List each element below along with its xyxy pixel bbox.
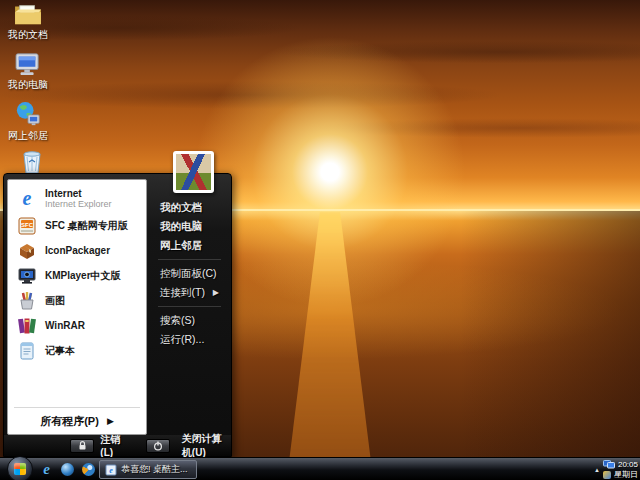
menu-item-connect-to[interactable]: 连接到(T) ▶ — [150, 283, 229, 302]
menu-separator — [158, 259, 221, 260]
menu-item-network-places[interactable]: 网上邻居 — [150, 236, 229, 255]
kmplayer-icon — [16, 265, 38, 287]
menu-item-label: 控制面板(C) — [160, 267, 217, 281]
user-avatar-image — [176, 154, 211, 190]
desktop-icon-label: 网上邻居 — [8, 129, 48, 143]
shut-down-label[interactable]: 关闭计算机(U) — [182, 432, 231, 460]
internet-explorer-page-icon: e — [105, 464, 117, 476]
desktop-icon-my-computer[interactable]: 我的电脑 — [4, 52, 52, 92]
menu-item-label: 我的文档 — [160, 201, 202, 215]
all-programs-label: 所有程序(P) — [40, 414, 99, 429]
quick-launch-browser-icon[interactable] — [80, 461, 97, 478]
paint-icon — [16, 290, 38, 312]
lock-icon — [78, 441, 87, 451]
start-menu-pinned-panel: e Internet Internet Explorer SFC SFC 桌酷 — [7, 179, 147, 435]
windows-flag-icon — [14, 463, 26, 475]
menu-item-search[interactable]: 搜索(S) — [150, 311, 229, 330]
notepad-icon — [16, 340, 38, 362]
menu-item-winrar[interactable]: WinRAR — [8, 313, 146, 338]
internet-explorer-icon: e — [16, 187, 38, 209]
menu-item-my-documents[interactable]: 我的文档 — [150, 198, 229, 217]
menu-item-subtitle: Internet Explorer — [45, 199, 112, 209]
shut-down-button[interactable] — [146, 439, 170, 453]
svg-text:e: e — [109, 466, 113, 475]
system-tray: ▲ 20:05 星期日 — [594, 458, 638, 480]
network-status-icon[interactable] — [603, 460, 615, 469]
iconpackager-icon — [16, 240, 38, 262]
menu-item-title: 画图 — [45, 295, 65, 306]
tray-expand-arrow-icon[interactable]: ▲ — [594, 467, 600, 473]
menu-item-title: Internet — [45, 188, 112, 199]
svg-text:SFC: SFC — [21, 221, 34, 227]
menu-item-title: WinRAR — [45, 320, 85, 331]
quick-launch-ie-icon[interactable]: e — [38, 461, 55, 478]
my-documents-icon — [13, 2, 43, 26]
task-button-browser-window[interactable]: e 恭喜您! 桌酷主... — [99, 460, 197, 479]
input-method-icon[interactable] — [603, 471, 611, 479]
power-icon — [153, 441, 163, 451]
menu-item-iconpackager[interactable]: IconPackager — [8, 238, 146, 263]
all-programs-button[interactable]: 所有程序(P) ▶ — [8, 410, 146, 432]
network-places-icon — [13, 101, 43, 127]
quick-launch-globe-icon[interactable] — [59, 461, 76, 478]
log-off-label[interactable]: 注销(L) — [100, 433, 125, 458]
menu-item-title: IconPackager — [45, 245, 110, 256]
menu-item-kmplayer[interactable]: KMPlayer中文版 — [8, 263, 146, 288]
start-menu: e Internet Internet Explorer SFC SFC 桌酷 — [3, 173, 232, 457]
menu-item-label: 我的电脑 — [160, 220, 202, 234]
menu-item-internet[interactable]: e Internet Internet Explorer — [8, 183, 146, 213]
menu-item-notepad[interactable]: 记事本 — [8, 338, 146, 363]
log-off-button[interactable] — [70, 439, 94, 453]
quick-launch-bar: e » — [38, 458, 108, 480]
winrar-icon — [16, 315, 38, 337]
start-menu-bottom-bar: 注销(L) 关闭计算机(U) — [4, 435, 231, 456]
desktop-icon-label: 我的文档 — [8, 28, 48, 42]
desktop-icon-label: 我的电脑 — [8, 78, 48, 92]
menu-item-my-computer[interactable]: 我的电脑 — [150, 217, 229, 236]
clock-day[interactable]: 星期日 — [614, 470, 638, 480]
menu-item-title: KMPlayer中文版 — [45, 270, 121, 281]
start-menu-places-panel: 我的文档 我的电脑 网上邻居 控制面板(C) 连接到(T) ▶ 搜索(S) 运行… — [150, 196, 229, 435]
taskbar: e » e 恭喜您! 桌酷主... ▲ 20:05 — [0, 457, 640, 480]
menu-item-run[interactable]: 运行(R)... — [150, 330, 229, 349]
desktop-screen: 我的文档 我的电脑 网上邻居 — [0, 0, 640, 480]
menu-item-paint[interactable]: 画图 — [8, 288, 146, 313]
menu-separator — [14, 407, 140, 408]
submenu-arrow-icon: ▶ — [213, 288, 219, 297]
task-button-label: 恭喜您! 桌酷主... — [121, 463, 188, 476]
clock-time[interactable]: 20:05 — [618, 460, 638, 470]
menu-spacer — [8, 363, 146, 405]
menu-item-title: SFC 桌酷网专用版 — [45, 220, 128, 231]
menu-item-label: 搜索(S) — [160, 314, 195, 328]
start-button[interactable] — [7, 456, 33, 480]
menu-item-sfc[interactable]: SFC SFC 桌酷网专用版 — [8, 213, 146, 238]
sfc-icon: SFC — [16, 215, 38, 237]
menu-item-label: 连接到(T) — [160, 286, 205, 300]
desktop-icon-my-documents[interactable]: 我的文档 — [4, 2, 52, 42]
menu-separator — [158, 306, 221, 307]
menu-item-control-panel[interactable]: 控制面板(C) — [150, 264, 229, 283]
recycle-bin-icon — [21, 150, 43, 174]
my-computer-icon — [13, 52, 43, 76]
user-avatar[interactable] — [173, 151, 214, 193]
desktop-icon-network-places[interactable]: 网上邻居 — [4, 101, 52, 143]
menu-item-title: 记事本 — [45, 345, 75, 356]
menu-item-label: 运行(R)... — [160, 333, 204, 347]
tray-columns: 20:05 星期日 — [603, 460, 638, 480]
all-programs-arrow-icon: ▶ — [107, 416, 114, 426]
menu-item-label: 网上邻居 — [160, 239, 202, 253]
